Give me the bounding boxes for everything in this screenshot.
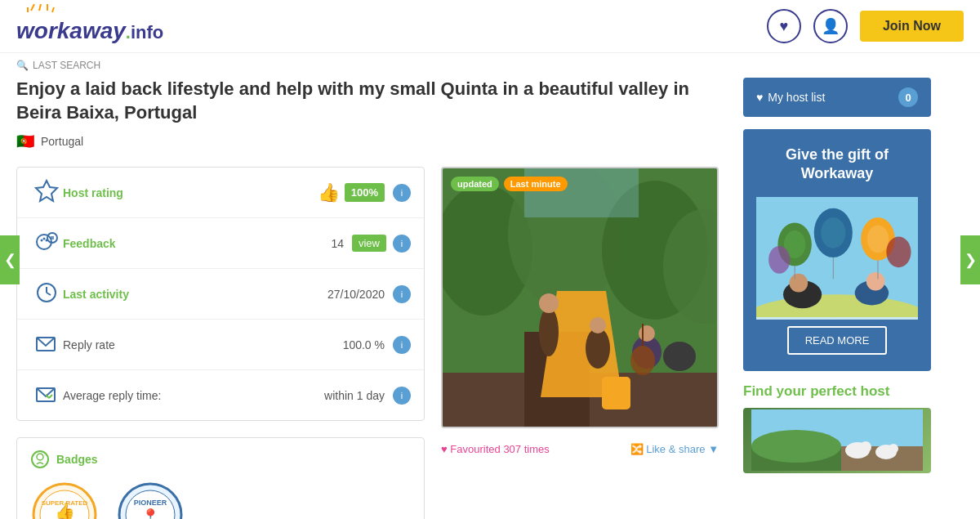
like-share-button[interactable]: 🔀 Like & share ▼ <box>630 443 719 455</box>
svg-point-66 <box>886 237 911 268</box>
share-icon: 🔀 <box>630 443 644 455</box>
sidebar: ♥ My host list 0 Give the gift of Workaw… <box>743 78 931 519</box>
svg-marker-5 <box>36 181 57 201</box>
svg-point-60 <box>821 217 845 248</box>
chevron-down-icon: ▼ <box>708 443 719 455</box>
host-list-button[interactable]: ♥ My host list 0 <box>743 78 931 117</box>
country-flag: 🇵🇹 <box>16 132 34 150</box>
badges-title: Badges <box>30 450 411 469</box>
country-row: 🇵🇹 Portugal <box>16 132 727 150</box>
read-more-button[interactable]: READ MORE <box>787 326 888 355</box>
svg-rect-36 <box>524 168 639 217</box>
mail-icon <box>30 331 63 358</box>
heart-favourited-icon: ♥ <box>441 443 448 455</box>
header-actions: ♥ 👤 Join Now <box>767 9 964 43</box>
avg-reply-value: within 1 day <box>324 389 385 402</box>
profile-button[interactable]: 👤 <box>813 9 848 43</box>
nav-left-arrow[interactable]: ❮ <box>0 235 20 284</box>
stats-section: Host rating 👍 100% i <box>16 167 425 421</box>
svg-point-46 <box>663 342 696 371</box>
svg-point-70 <box>751 430 841 463</box>
find-host-section: Find your perfect host <box>743 383 931 473</box>
favourited-text: ♥ Favourited 307 times <box>441 443 550 455</box>
super-rated-badge: SUPER RATED HOST 👍 <box>30 481 100 519</box>
logo-info: info <box>131 22 163 43</box>
photo-container: updated Last minute ♥ Favourited 307 tim… <box>441 167 719 463</box>
reply-rate-label: Reply rate <box>63 338 343 351</box>
search-icon: 🔍 <box>16 60 29 71</box>
content-area: Enjoy a laid back lifestyle and help wit… <box>16 78 727 519</box>
nav-right-arrow[interactable]: ❯ <box>960 235 980 284</box>
svg-point-55 <box>866 272 885 291</box>
svg-point-8 <box>43 238 46 240</box>
trophy-icon <box>30 450 50 469</box>
svg-point-10 <box>47 233 57 243</box>
host-rating-label: Host rating <box>63 186 318 199</box>
host-rating-row: Host rating 👍 100% i <box>17 168 424 218</box>
svg-text:👍: 👍 <box>55 501 75 519</box>
reply-rate-info-icon[interactable]: i <box>393 336 411 354</box>
svg-point-65 <box>768 246 790 274</box>
feedback-label: Feedback <box>63 237 331 250</box>
badges-row: SUPER RATED HOST 👍 PIONEER 📍 <box>30 481 411 519</box>
photo-footer: ♥ Favourited 307 times 🔀 Like & share ▼ <box>441 435 719 463</box>
svg-point-43 <box>590 317 606 333</box>
svg-line-19 <box>46 395 49 398</box>
wishlist-button[interactable]: ♥ <box>767 9 801 43</box>
svg-text:PIONEER: PIONEER <box>134 499 167 507</box>
host-list-count: 0 <box>898 87 918 107</box>
balloon-scene <box>756 197 918 320</box>
svg-line-0 <box>31 4 34 11</box>
heart-icon: ♥ <box>780 18 789 35</box>
svg-point-45 <box>639 325 655 342</box>
user-icon: 👤 <box>822 17 840 35</box>
svg-point-48 <box>630 346 655 375</box>
feedback-icon <box>30 230 63 257</box>
svg-point-74 <box>889 444 898 454</box>
last-minute-tag: Last minute <box>504 177 568 191</box>
svg-line-4 <box>52 7 54 12</box>
avg-reply-icon <box>30 382 63 409</box>
photo-panel: updated Last minute ♥ Favourited 307 tim… <box>441 167 727 519</box>
reply-rate-value: 100.0 % <box>343 338 385 351</box>
badges-section: Badges SUPER RATED HOST 👍 <box>16 437 425 519</box>
gift-title: Give the gift of Workaway <box>756 145 918 184</box>
reply-rate-row: Reply rate 100.0 % i <box>17 320 424 370</box>
breadcrumb-text[interactable]: LAST SEARCH <box>33 60 100 71</box>
find-host-image[interactable] <box>743 408 931 473</box>
site-logo[interactable]: workaway . info <box>16 8 163 44</box>
last-activity-row: Last activity 27/10/2020 i <box>17 269 424 320</box>
host-rating-info-icon[interactable]: i <box>393 184 411 202</box>
breadcrumb: 🔍 LAST SEARCH <box>0 53 980 78</box>
last-activity-label: Last activity <box>63 288 327 301</box>
svg-rect-47 <box>602 377 630 409</box>
view-feedback-button[interactable]: view <box>352 235 386 252</box>
feedback-row: Feedback 14 view i <box>17 218 424 269</box>
header: workaway . info ♥ 👤 Join Now <box>0 0 980 53</box>
find-host-title: Find your perfect host <box>743 383 931 400</box>
main-content: Enjoy a laid back lifestyle and help wit… <box>0 78 980 519</box>
avg-reply-row: Average reply time: within 1 day i <box>17 370 424 420</box>
svg-line-1 <box>39 4 41 11</box>
host-photo[interactable]: updated Last minute <box>441 167 719 428</box>
host-list-heart-icon: ♥ <box>756 91 763 104</box>
svg-line-15 <box>47 293 51 295</box>
svg-point-41 <box>539 293 559 313</box>
avg-reply-info-icon[interactable]: i <box>393 387 411 405</box>
page-title: Enjoy a laid back lifestyle and help wit… <box>16 78 727 124</box>
stats-panel: Host rating 👍 100% i <box>16 167 425 519</box>
avg-reply-label: Average reply time: <box>63 389 324 402</box>
last-activity-info-icon[interactable]: i <box>393 285 411 303</box>
updated-tag: updated <box>451 177 499 191</box>
feedback-info-icon[interactable]: i <box>393 235 411 253</box>
svg-point-21 <box>37 454 43 460</box>
svg-text:📍: 📍 <box>141 508 160 519</box>
svg-point-72 <box>860 441 871 453</box>
svg-point-63 <box>867 226 889 253</box>
host-rating-value: 100% <box>345 183 385 202</box>
svg-point-40 <box>539 307 559 356</box>
star-icon <box>30 179 63 206</box>
country-name: Portugal <box>41 135 83 148</box>
join-now-button[interactable]: Join Now <box>860 11 964 42</box>
svg-point-42 <box>586 328 610 369</box>
